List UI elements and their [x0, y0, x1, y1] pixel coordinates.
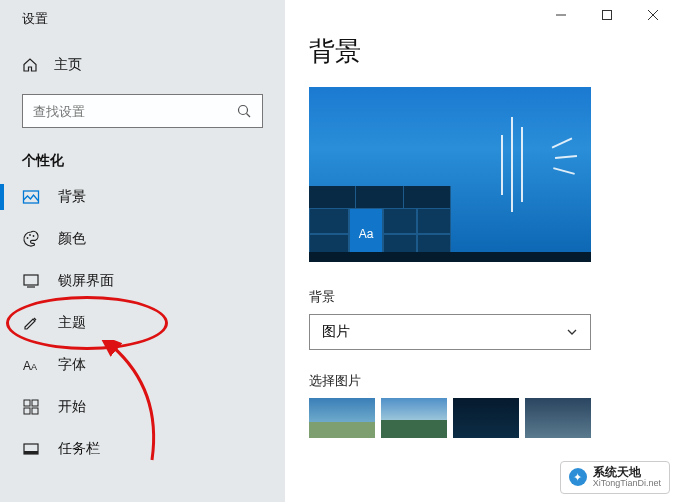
thumbnail[interactable]	[381, 398, 447, 438]
sidebar-item-themes[interactable]: 主题	[0, 302, 285, 344]
search-container	[0, 84, 285, 140]
close-button[interactable]	[630, 0, 676, 30]
sidebar-item-lockscreen[interactable]: 锁屏界面	[0, 260, 285, 302]
settings-window: 设置 主页 个性化 背景 颜色	[0, 0, 676, 502]
search-box[interactable]	[22, 94, 263, 128]
section-personalization: 个性化	[0, 140, 285, 176]
svg-line-1	[247, 114, 251, 118]
window-controls	[538, 0, 676, 30]
picture-thumbnails	[309, 398, 652, 438]
svg-rect-17	[603, 11, 612, 20]
taskbar-icon	[22, 440, 40, 458]
sidebar-item-start[interactable]: 开始	[0, 386, 285, 428]
home-label: 主页	[54, 56, 82, 74]
background-field-label: 背景	[309, 288, 652, 306]
svg-rect-10	[24, 400, 30, 406]
sidebar-item-fonts[interactable]: AA 字体	[0, 344, 285, 386]
start-icon	[22, 398, 40, 416]
main-panel: 背景 Aa 背景 图片 选择图片	[285, 0, 676, 502]
sidebar-item-label: 任务栏	[58, 440, 100, 458]
thumbnail[interactable]	[525, 398, 591, 438]
palette-icon	[22, 230, 40, 248]
sidebar-item-label: 开始	[58, 398, 86, 416]
home-nav[interactable]: 主页	[0, 46, 285, 84]
svg-rect-6	[24, 275, 38, 285]
svg-rect-13	[32, 408, 38, 414]
svg-point-4	[29, 234, 31, 236]
sidebar-item-label: 字体	[58, 356, 86, 374]
svg-text:A: A	[23, 359, 31, 373]
watermark: ✦ 系统天地 XiTongTianDi.net	[560, 461, 670, 494]
sidebar-item-label: 背景	[58, 188, 86, 206]
desktop-preview: Aa	[309, 87, 591, 262]
sidebar-item-label: 主题	[58, 314, 86, 332]
svg-point-0	[239, 106, 248, 115]
maximize-button[interactable]	[584, 0, 630, 30]
svg-rect-11	[32, 400, 38, 406]
sidebar-item-colors[interactable]: 颜色	[0, 218, 285, 260]
picture-icon	[22, 188, 40, 206]
svg-point-5	[33, 235, 35, 237]
background-dropdown[interactable]: 图片	[309, 314, 591, 350]
search-input[interactable]	[33, 104, 236, 119]
sidebar-item-label: 颜色	[58, 230, 86, 248]
minimize-button[interactable]	[538, 0, 584, 30]
thumbnail[interactable]	[453, 398, 519, 438]
watermark-text-en: XiTongTianDi.net	[593, 479, 661, 489]
svg-text:A: A	[31, 362, 37, 372]
theme-icon	[22, 314, 40, 332]
sidebar: 设置 主页 个性化 背景 颜色	[0, 0, 285, 502]
sidebar-item-background[interactable]: 背景	[0, 176, 285, 218]
dropdown-value: 图片	[322, 323, 350, 341]
window-title: 设置	[0, 0, 285, 46]
home-icon	[22, 57, 38, 73]
thumbnail[interactable]	[309, 398, 375, 438]
watermark-logo-icon: ✦	[569, 468, 587, 486]
chevron-down-icon	[566, 326, 578, 338]
sidebar-item-label: 锁屏界面	[58, 272, 114, 290]
sidebar-item-taskbar[interactable]: 任务栏	[0, 428, 285, 470]
svg-rect-12	[24, 408, 30, 414]
svg-point-3	[27, 237, 29, 239]
svg-rect-15	[24, 451, 38, 454]
font-icon: AA	[22, 356, 40, 374]
lockscreen-icon	[22, 272, 40, 290]
choose-picture-label: 选择图片	[309, 372, 652, 390]
search-icon	[236, 103, 252, 119]
